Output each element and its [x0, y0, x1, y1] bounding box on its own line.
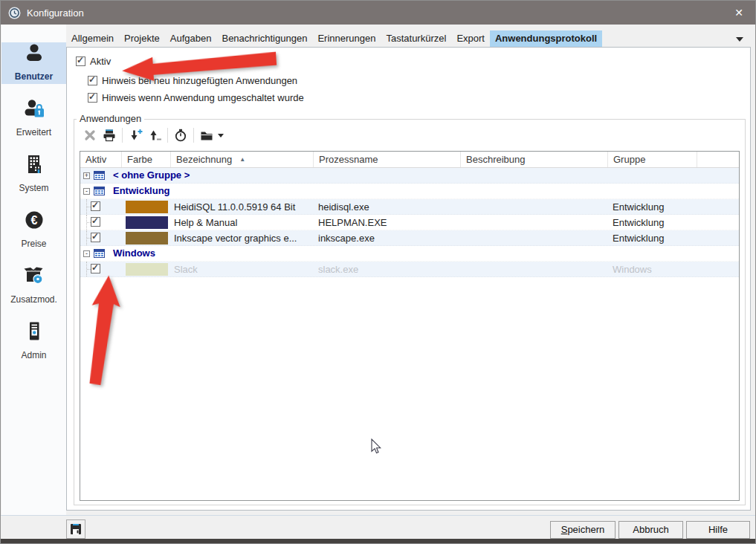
applications-table-body: +< ohne Gruppe >-EntwicklungHeidiSQL 11.… [80, 168, 739, 277]
tab-overflow-dropdown-icon[interactable] [736, 37, 743, 42]
expand-expander[interactable]: + [83, 172, 90, 179]
aktiv-checkbox[interactable] [76, 56, 85, 66]
timer-icon[interactable] [171, 126, 190, 144]
cell-prozessname: slack.exe [318, 264, 358, 275]
aktiv-checkbox-row: Aktiv [76, 56, 111, 67]
add-down-arrow-icon[interactable] [126, 126, 145, 144]
sidebar-item-label: System [19, 183, 48, 193]
row-active-checkbox[interactable] [91, 201, 100, 211]
column-header-farbe[interactable]: Farbe [122, 152, 171, 167]
toolbar-separator [167, 128, 168, 143]
color-swatch [126, 216, 168, 229]
sidebar-item-label: Preise [21, 239, 46, 249]
toolbar-separator [122, 128, 123, 143]
column-header-bezeichnung[interactable]: Bezeichnung▲ [171, 152, 314, 167]
column-header-label: Gruppe [613, 154, 645, 165]
tab-erinnerungen[interactable]: Erinnerungen [312, 30, 381, 47]
cell-gruppe: Windows [613, 264, 652, 275]
cell-prozessname: HELPMAN.EXE [318, 217, 387, 228]
window-bottom-edge [1, 539, 756, 544]
cell-prozessname: inkscape.exe [318, 233, 375, 244]
row-active-checkbox[interactable] [91, 217, 100, 227]
open-folder-icon[interactable] [197, 126, 216, 144]
server-icon [23, 320, 45, 346]
folder-dropdown-arrow-icon[interactable] [218, 134, 224, 137]
column-header-gruppe[interactable]: Gruppe [608, 152, 697, 167]
cell-bezeichnung: HeidiSQL 11.0.0.5919 64 Bit [174, 201, 295, 213]
column-header-aktiv[interactable]: Aktiv [80, 152, 122, 167]
hint-switch-checkbox[interactable] [88, 93, 97, 103]
svg-text:€: € [30, 214, 37, 227]
tab-tastaturk-rzel[interactable]: Tastaturkürzel [381, 30, 451, 47]
applications-table: AktivFarbeBezeichnung▲ProzessnameBeschre… [80, 151, 740, 501]
euro-icon: € [23, 209, 45, 234]
hint-new-checkbox[interactable] [88, 76, 97, 85]
tab-benachrichtigungen[interactable]: Benachrichtigungen [216, 30, 312, 47]
tab-anwendungsprotokoll[interactable]: Anwendungsprotokoll [490, 30, 602, 47]
print-icon[interactable] [100, 126, 119, 144]
save-tool-button[interactable] [66, 519, 85, 539]
group-grid-icon [94, 187, 105, 198]
mouse-cursor [371, 438, 381, 454]
application-row[interactable]: Help & ManualHELPMAN.EXEEntwicklung [80, 215, 739, 230]
group-row[interactable]: +< ohne Gruppe > [80, 168, 739, 184]
column-header-label: Farbe [127, 154, 152, 165]
sort-ascending-indicator: ▲ [239, 156, 245, 163]
collapse-expander[interactable]: - [83, 250, 90, 257]
tab-aufgaben[interactable]: Aufgaben [165, 30, 217, 47]
hilfe-button[interactable]: Hilfe [686, 521, 750, 539]
tab-content-panel: Aktiv Hinweis bei neu hinzugefügten Anwe… [66, 47, 751, 511]
color-swatch [126, 201, 168, 213]
sidebar: Benutzer Erweitert [1, 25, 66, 515]
cell-bezeichnung: Inkscape vector graphics e... [174, 233, 297, 244]
column-header-label: Prozessname [319, 154, 378, 165]
sidebar-item-system[interactable]: System [1, 154, 66, 195]
column-header-beschreibung[interactable]: Beschreibung [461, 152, 608, 167]
sidebar-item-label: Erweitert [16, 127, 51, 137]
collapse-expander[interactable]: - [83, 188, 90, 195]
speichern-button[interactable]: Speichern [550, 521, 616, 539]
group-row[interactable]: -Windows [80, 246, 739, 262]
delete-icon[interactable] [80, 126, 100, 144]
group-row[interactable]: -Entwicklung [80, 184, 739, 199]
cell-gruppe: Entwicklung [613, 201, 664, 213]
user-icon [23, 42, 45, 67]
tab-projekte[interactable]: Projekte [119, 30, 165, 47]
sidebar-item-zusatzmod[interactable]: Zusatzmod. [1, 265, 66, 307]
cell-bezeichnung: Help & Manual [174, 217, 237, 228]
anwendungen-groupbox: Anwendungen [74, 119, 746, 505]
sidebar-item-label: Zusatzmod. [10, 294, 57, 305]
titlebar: Konfiguration ✕ [1, 1, 755, 25]
group-grid-icon [94, 249, 105, 260]
app-clock-icon [8, 7, 21, 19]
aktiv-label: Aktiv [90, 56, 111, 67]
sidebar-item-label: Benutzer [15, 71, 53, 82]
column-header-filler[interactable] [697, 152, 739, 167]
column-header-label: Bezeichnung [176, 154, 232, 165]
sidebar-item-admin[interactable]: Admin [1, 321, 66, 363]
toolbar-separator [193, 128, 194, 143]
remove-up-arrow-icon[interactable] [145, 126, 164, 144]
sidebar-item-erweitert[interactable]: Erweitert [1, 98, 66, 140]
cell-gruppe: Entwicklung [613, 233, 664, 244]
group-grid-icon [94, 171, 105, 182]
table-header: AktivFarbeBezeichnung▲ProzessnameBeschre… [80, 152, 739, 168]
application-row[interactable]: Slackslack.exeWindows [80, 262, 739, 277]
sidebar-item-preise[interactable]: € Preise [1, 210, 66, 251]
close-button[interactable]: ✕ [723, 1, 755, 25]
tab-allgemein[interactable]: Allgemein [66, 30, 119, 47]
tab-bar: AllgemeinProjekteAufgabenBenachrichtigun… [66, 30, 751, 47]
abbruch-button[interactable]: Abbruch [618, 521, 683, 539]
tab-export[interactable]: Export [451, 30, 490, 47]
sidebar-item-label: Admin [21, 350, 46, 360]
sidebar-item-benutzer[interactable]: Benutzer [1, 42, 66, 84]
cell-gruppe: Entwicklung [613, 217, 664, 228]
application-row[interactable]: HeidiSQL 11.0.0.5919 64 Bitheidisql.exeE… [80, 199, 739, 215]
footer-bar: Speichern Abbruch Hilfe [1, 515, 756, 539]
application-row[interactable]: Inkscape vector graphics e...inkscape.ex… [80, 230, 739, 246]
group-label: Windows [113, 247, 155, 259]
column-header-prozessname[interactable]: Prozessname [314, 152, 461, 167]
cell-bezeichnung: Slack [174, 264, 198, 275]
column-header-label: Beschreibung [466, 154, 526, 165]
row-active-checkbox[interactable] [91, 233, 100, 242]
